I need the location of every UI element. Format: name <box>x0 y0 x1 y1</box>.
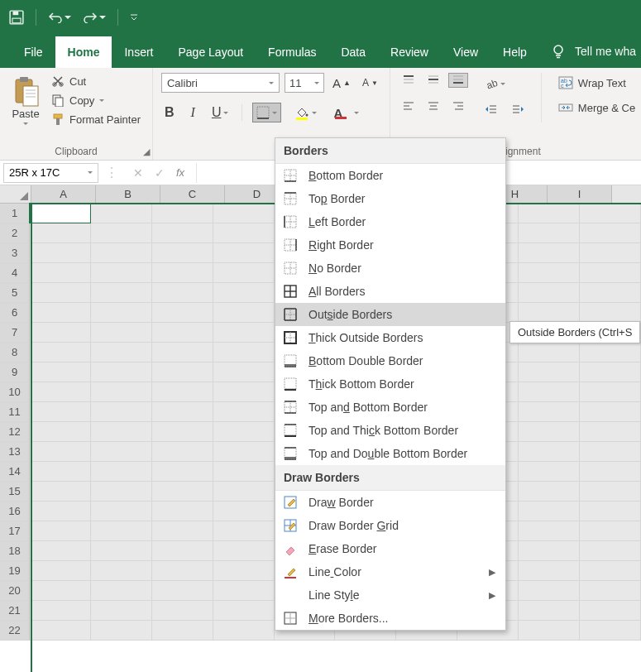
copy-button[interactable]: Copy <box>48 92 144 108</box>
cell[interactable] <box>30 343 91 362</box>
wrap-text-button[interactable]: abc Wrap Text <box>555 74 639 91</box>
row-header[interactable]: 3 <box>0 243 30 263</box>
cell[interactable] <box>519 521 580 541</box>
row-header[interactable]: 22 <box>0 621 30 641</box>
border-menu-thickb[interactable]: Thick Bottom Border <box>275 372 505 396</box>
cell[interactable] <box>519 263 580 283</box>
tab-home[interactable]: Home <box>55 36 112 68</box>
cell[interactable] <box>91 621 152 641</box>
cell[interactable] <box>519 541 580 561</box>
cell[interactable] <box>30 422 91 442</box>
underline-button[interactable]: U <box>208 103 232 122</box>
row-header[interactable]: 5 <box>0 283 30 303</box>
cell[interactable] <box>519 243 580 263</box>
cell[interactable] <box>580 343 641 362</box>
cell[interactable] <box>91 402 152 422</box>
cell[interactable] <box>152 482 213 502</box>
tell-me-search[interactable]: Tell me wha <box>545 43 641 68</box>
enter-formula-button[interactable]: ✓ <box>155 166 165 180</box>
cell[interactable] <box>30 243 91 263</box>
cell[interactable] <box>152 204 213 223</box>
cell[interactable] <box>519 223 580 243</box>
tab-view[interactable]: View <box>441 36 490 68</box>
select-all-corner[interactable] <box>0 185 31 203</box>
cell[interactable] <box>519 382 580 402</box>
cell[interactable] <box>580 541 641 561</box>
border-menu-ttb[interactable]: Top and Thick Bottom Border <box>275 419 505 442</box>
cell[interactable] <box>30 362 91 382</box>
row-header[interactable]: 6 <box>0 303 30 323</box>
fx-icon[interactable]: fx <box>176 166 184 179</box>
cell[interactable] <box>213 422 275 442</box>
cell[interactable] <box>152 263 213 283</box>
align-middle-button[interactable] <box>423 73 443 88</box>
cancel-formula-button[interactable]: ✕ <box>133 166 143 180</box>
border-menu-draw[interactable]: Draw Border <box>275 491 505 514</box>
italic-button[interactable]: I <box>188 103 199 122</box>
cell[interactable] <box>519 204 580 223</box>
cell[interactable] <box>580 422 641 442</box>
cell[interactable] <box>580 502 641 521</box>
cell[interactable] <box>91 541 152 561</box>
cell[interactable] <box>519 601 580 621</box>
cell[interactable] <box>213 482 275 502</box>
cell[interactable] <box>213 243 275 263</box>
border-menu-thick[interactable]: Thick Outside Borders <box>275 326 505 349</box>
border-menu-more[interactable]: More Borders... <box>275 607 505 630</box>
orientation-button[interactable]: ab <box>481 74 528 93</box>
row-header[interactable]: 20 <box>0 581 30 601</box>
border-menu-bottom[interactable]: Bottom Border <box>275 164 505 187</box>
tab-page-layout[interactable]: Page Layout <box>165 36 256 68</box>
cell[interactable] <box>152 283 213 303</box>
cell[interactable] <box>91 581 152 601</box>
cell[interactable] <box>30 303 91 323</box>
cell[interactable] <box>30 382 91 402</box>
row-header[interactable]: 16 <box>0 502 30 521</box>
cell[interactable] <box>213 303 275 323</box>
save-icon[interactable] <box>7 7 26 27</box>
cell[interactable] <box>580 243 641 263</box>
row-header[interactable]: 14 <box>0 462 30 482</box>
cell[interactable] <box>213 382 275 402</box>
cell[interactable] <box>580 204 641 223</box>
cell[interactable] <box>91 204 152 223</box>
cell[interactable] <box>91 243 152 263</box>
cell[interactable] <box>213 462 275 482</box>
qat-customize-button[interactable] <box>127 11 141 24</box>
row-header[interactable]: 9 <box>0 362 30 382</box>
cell[interactable] <box>580 621 641 641</box>
cell[interactable] <box>580 382 641 402</box>
cell[interactable] <box>152 303 213 323</box>
cell[interactable] <box>580 402 641 422</box>
column-header[interactable]: B <box>96 185 160 203</box>
cell[interactable] <box>519 581 580 601</box>
cell[interactable] <box>152 601 213 621</box>
borders-button[interactable] <box>252 103 281 122</box>
tab-data[interactable]: Data <box>328 36 378 68</box>
cell[interactable] <box>213 521 275 541</box>
undo-button[interactable] <box>45 9 74 26</box>
cell[interactable] <box>213 442 275 462</box>
cell[interactable] <box>152 243 213 263</box>
format-painter-button[interactable]: Format Painter <box>48 111 144 127</box>
cell[interactable] <box>152 541 213 561</box>
border-menu-none[interactable]: No Border <box>275 257 505 280</box>
cell[interactable] <box>91 382 152 402</box>
row-header[interactable]: 15 <box>0 482 30 502</box>
cell[interactable] <box>30 402 91 422</box>
cell[interactable] <box>152 621 213 641</box>
font-color-button[interactable]: A <box>330 103 362 122</box>
tab-help[interactable]: Help <box>490 36 539 68</box>
row-header[interactable]: 10 <box>0 382 30 402</box>
cell[interactable] <box>30 442 91 462</box>
row-header[interactable]: 4 <box>0 263 30 283</box>
row-header[interactable]: 18 <box>0 541 30 561</box>
row-header[interactable]: 7 <box>0 323 30 343</box>
cell[interactable] <box>91 263 152 283</box>
cell[interactable] <box>152 422 213 442</box>
cell[interactable] <box>519 303 580 323</box>
cell[interactable] <box>213 223 275 243</box>
cell[interactable] <box>519 482 580 502</box>
increase-indent-button[interactable] <box>508 101 528 118</box>
tab-formulas[interactable]: Formulas <box>256 36 328 68</box>
